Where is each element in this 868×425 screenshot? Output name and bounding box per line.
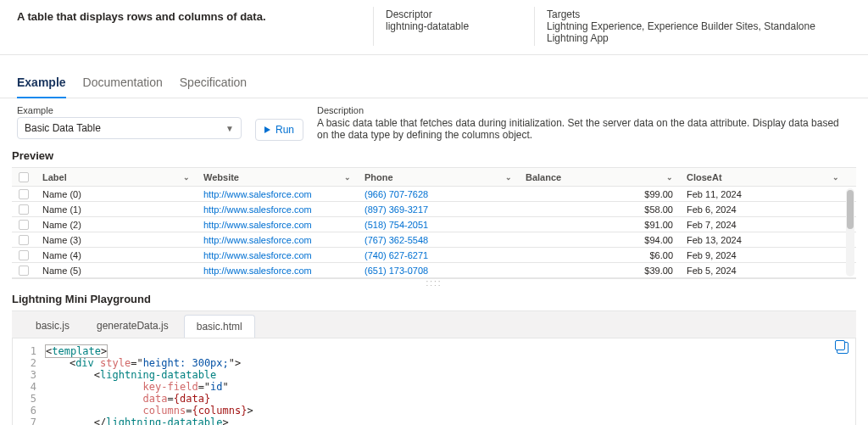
cell-balance: $6.00 xyxy=(519,250,680,260)
targets-value: Lightning Experience, Experience Builder… xyxy=(547,20,839,44)
main-tabs: Example Documentation Specification xyxy=(0,69,868,98)
cell-closeat: Feb 13, 2024 xyxy=(680,235,856,245)
tab-specification[interactable]: Specification xyxy=(180,69,247,98)
code-tab-basic-html[interactable]: basic.html xyxy=(184,315,255,338)
cell-label: Name (0) xyxy=(36,189,197,199)
cell-balance: $58.00 xyxy=(519,204,680,215)
table-header: Label⌄ Website⌄ Phone⌄ Balance⌄ CloseAt⌄ xyxy=(12,168,856,187)
component-summary: A table that displays rows and columns o… xyxy=(17,7,373,46)
targets-label: Targets xyxy=(547,8,839,20)
tab-example[interactable]: Example xyxy=(17,69,66,98)
cell-phone[interactable]: (966) 707-7628 xyxy=(358,189,519,199)
cell-balance: $91.00 xyxy=(519,220,680,230)
tab-documentation[interactable]: Documentation xyxy=(83,69,163,98)
row-checkbox-cell[interactable] xyxy=(12,204,36,215)
cell-website[interactable]: http://www.salesforce.com xyxy=(197,250,358,260)
sort-icon: ⌄ xyxy=(832,173,839,182)
cell-balance: $39.00 xyxy=(519,266,680,276)
header-balance[interactable]: Balance⌄ xyxy=(519,172,680,182)
table-row[interactable]: Name (1)http://www.salesforce.com(897) 3… xyxy=(12,202,856,217)
example-controls: Example Basic Data Table ▼ Run Descripti… xyxy=(0,98,868,146)
cell-closeat: Feb 6, 2024 xyxy=(680,204,856,215)
cell-closeat: Feb 11, 2024 xyxy=(680,189,856,199)
row-checkbox-cell[interactable] xyxy=(12,250,36,260)
cell-label: Name (4) xyxy=(36,250,197,260)
header-website[interactable]: Website⌄ xyxy=(197,172,358,182)
cell-website[interactable]: http://www.salesforce.com xyxy=(197,204,358,215)
table-row[interactable]: Name (0)http://www.salesforce.com(966) 7… xyxy=(12,187,856,202)
example-select-col: Example Basic Data Table ▼ xyxy=(17,105,242,139)
cell-label: Name (5) xyxy=(36,266,197,276)
copy-icon[interactable] xyxy=(837,342,849,354)
checkbox-icon xyxy=(19,250,29,260)
cell-label: Name (1) xyxy=(36,204,197,215)
table-row[interactable]: Name (2)http://www.salesforce.com(518) 7… xyxy=(12,217,856,232)
cell-website[interactable]: http://www.salesforce.com xyxy=(197,235,358,245)
cell-website[interactable]: http://www.salesforce.com xyxy=(197,266,358,276)
checkbox-icon xyxy=(19,235,29,245)
run-button[interactable]: Run xyxy=(255,119,303,141)
scroll-thumb[interactable] xyxy=(847,190,854,229)
cell-website[interactable]: http://www.salesforce.com xyxy=(197,220,358,230)
cell-phone[interactable]: (518) 754-2051 xyxy=(358,220,519,230)
code-tabs: basic.js generateData.js basic.html xyxy=(12,310,856,338)
run-label: Run xyxy=(275,124,294,136)
header-phone[interactable]: Phone⌄ xyxy=(358,172,519,182)
checkbox-icon xyxy=(19,172,29,182)
cell-label: Name (3) xyxy=(36,235,197,245)
descriptor-block: Descriptor lightning-datatable xyxy=(373,7,534,46)
cell-balance: $99.00 xyxy=(519,189,680,199)
checkbox-icon xyxy=(19,266,29,276)
cell-closeat: Feb 5, 2024 xyxy=(680,266,856,276)
cell-website[interactable]: http://www.salesforce.com xyxy=(197,189,358,199)
sort-icon: ⌄ xyxy=(666,173,673,182)
example-select-label: Example xyxy=(17,105,242,115)
row-checkbox-cell[interactable] xyxy=(12,235,36,245)
play-icon xyxy=(264,126,270,133)
example-select[interactable]: Basic Data Table ▼ xyxy=(17,117,242,139)
code-tab-basic-js[interactable]: basic.js xyxy=(24,315,81,338)
sort-icon: ⌄ xyxy=(505,173,512,182)
cell-closeat: Feb 7, 2024 xyxy=(680,220,856,230)
row-checkbox-cell[interactable] xyxy=(12,266,36,276)
code-tab-generate-js[interactable]: generateData.js xyxy=(85,315,181,338)
cell-phone[interactable]: (767) 362-5548 xyxy=(358,235,519,245)
example-desc-label: Description xyxy=(317,105,851,115)
component-meta: A table that displays rows and columns o… xyxy=(0,0,868,55)
table-row[interactable]: Name (4)http://www.salesforce.com(740) 6… xyxy=(12,248,856,263)
checkbox-icon xyxy=(19,189,29,199)
cell-closeat: Feb 9, 2024 xyxy=(680,250,856,260)
checkbox-icon xyxy=(19,220,29,230)
datatable: Label⌄ Website⌄ Phone⌄ Balance⌄ CloseAt⌄… xyxy=(12,167,856,279)
example-desc-block: Description A basic data table that fetc… xyxy=(317,105,851,141)
scrollbar[interactable] xyxy=(846,188,854,277)
targets-block: Targets Lightning Experience, Experience… xyxy=(534,7,851,46)
checkbox-icon xyxy=(19,204,29,215)
playground-label: Lightning Mini Playground xyxy=(0,288,868,310)
chevron-down-icon: ▼ xyxy=(225,124,234,133)
cell-phone[interactable]: (651) 173-0708 xyxy=(358,266,519,276)
table-row[interactable]: Name (3)http://www.salesforce.com(767) 3… xyxy=(12,232,856,248)
descriptor-label: Descriptor xyxy=(386,8,522,20)
resize-handle[interactable]: :::: xyxy=(0,278,868,288)
cell-label: Name (2) xyxy=(36,220,197,230)
row-checkbox-cell[interactable] xyxy=(12,189,36,199)
cell-balance: $94.00 xyxy=(519,235,680,245)
code-editor[interactable]: 1<template> 2 <div style="height: 300px;… xyxy=(12,338,856,425)
table-body: Name (0)http://www.salesforce.com(966) 7… xyxy=(12,187,856,278)
descriptor-value: lightning-datatable xyxy=(386,20,522,32)
row-checkbox-cell[interactable] xyxy=(12,220,36,230)
sort-icon: ⌄ xyxy=(183,173,190,182)
cell-phone[interactable]: (897) 369-3217 xyxy=(358,204,519,215)
cell-phone[interactable]: (740) 627-6271 xyxy=(358,250,519,260)
example-selected: Basic Data Table xyxy=(25,122,101,134)
table-row[interactable]: Name (5)http://www.salesforce.com(651) 1… xyxy=(12,263,856,278)
header-label[interactable]: Label⌄ xyxy=(36,172,197,182)
header-closeat[interactable]: CloseAt⌄ xyxy=(680,172,856,182)
sort-icon: ⌄ xyxy=(344,173,351,182)
header-checkbox-cell[interactable] xyxy=(12,172,36,182)
preview-label: Preview xyxy=(0,146,868,167)
example-desc-text: A basic data table that fetches data dur… xyxy=(317,117,851,141)
